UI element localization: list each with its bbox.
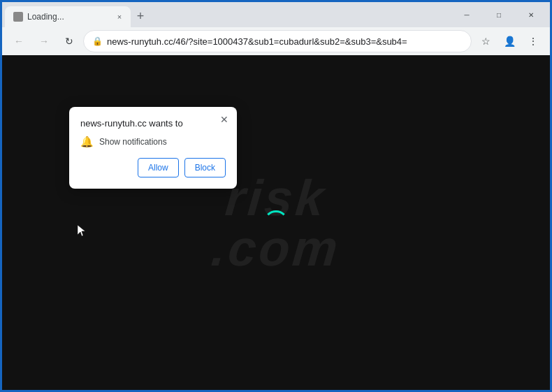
bell-icon: 🔔 xyxy=(80,136,94,148)
lock-icon: 🔒 xyxy=(92,36,103,46)
loading-spinner-container xyxy=(263,210,289,235)
new-tab-button[interactable]: + xyxy=(131,6,150,26)
notification-dialog: ✕ news-runytuh.cc wants to 🔔 Show notifi… xyxy=(69,107,237,189)
back-button[interactable]: ← xyxy=(8,30,30,52)
permission-text: Show notifications xyxy=(99,137,167,147)
address-text: news-runytuh.cc/46/?site=1000437&sub1=cu… xyxy=(107,36,463,47)
nav-right-icons: ☆ 👤 ⋮ xyxy=(474,30,544,52)
close-button[interactable]: ✕ xyxy=(515,5,547,24)
address-bar[interactable]: 🔒 news-runytuh.cc/46/?site=1000437&sub1=… xyxy=(83,30,472,52)
dialog-permission-row: 🔔 Show notifications xyxy=(80,136,226,148)
block-button[interactable]: Block xyxy=(184,158,226,177)
refresh-button[interactable]: ↻ xyxy=(58,30,80,52)
menu-button[interactable]: ⋮ xyxy=(522,30,544,52)
navigation-bar: ← → ↻ 🔒 news-runytuh.cc/46/?site=1000437… xyxy=(2,27,550,55)
dialog-title: news-runytuh.cc wants to xyxy=(80,118,226,129)
profile-button[interactable]: 👤 xyxy=(498,30,521,52)
loading-spinner xyxy=(263,210,289,235)
tab-title: Loading... xyxy=(27,12,110,22)
allow-button[interactable]: Allow xyxy=(138,158,179,177)
window-controls: ─ □ ✕ xyxy=(451,5,547,24)
title-bar: Loading... × + ─ □ ✕ xyxy=(2,2,550,27)
mouse-cursor xyxy=(78,225,86,238)
maximize-button[interactable]: □ xyxy=(483,5,515,24)
page-content: risk .com ✕ news-runytuh.cc wants to 🔔 S… xyxy=(2,55,550,390)
chrome-browser: Loading... × + ─ □ ✕ ← → ↻ 🔒 news-runytu… xyxy=(2,2,550,390)
minimize-button[interactable]: ─ xyxy=(451,5,483,24)
dialog-buttons: Allow Block xyxy=(80,158,226,177)
forward-button[interactable]: → xyxy=(33,30,55,52)
bookmark-button[interactable]: ☆ xyxy=(474,30,497,52)
browser-tab[interactable]: Loading... × xyxy=(5,6,131,27)
tab-close-button[interactable]: × xyxy=(114,11,125,22)
tab-favicon xyxy=(13,12,23,22)
dialog-close-button[interactable]: ✕ xyxy=(217,112,231,126)
svg-marker-0 xyxy=(78,225,85,236)
